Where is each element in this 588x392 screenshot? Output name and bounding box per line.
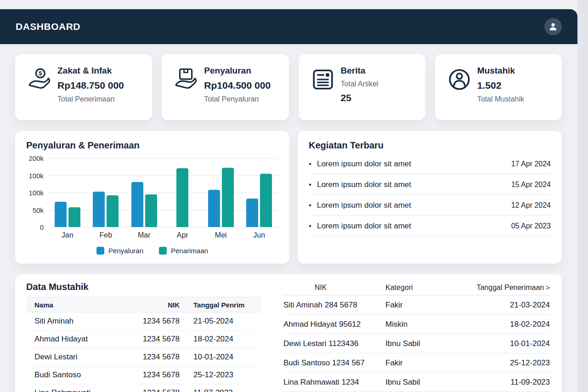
bar-group-feb — [87, 158, 125, 227]
user-avatar-button[interactable] — [544, 18, 562, 35]
table-cell: 1234 5678 — [131, 317, 180, 326]
table-cell: Dewi Lestari 1123436 — [283, 339, 385, 348]
x-tick-label: Jan — [48, 231, 87, 239]
stat-card: PenyaluranRp104.500 000Total Penyaluran — [162, 54, 288, 120]
bullet-icon: • — [309, 180, 311, 189]
bullet-icon: • — [309, 201, 311, 210]
stat-card-subtitle: Total Penerimaan — [57, 95, 143, 103]
sort-header-tanggal-penerimaan[interactable]: Tanggal Penerimaan> — [469, 284, 550, 292]
bar-group-jan — [48, 158, 87, 227]
activity-text-wrap: •Lorem ipsum dolor sit amet — [309, 201, 411, 210]
stat-cards-row: $Zakat & InfakRp148.750 000Total Penerim… — [15, 54, 562, 120]
table-header-cell: Kategori — [385, 284, 469, 292]
bar-penarimaan-mei — [222, 168, 234, 227]
chevron-right-icon: > — [546, 284, 550, 291]
mustahik-left-section: Data Mustahik NamaNIKTanggal PenrimSiti … — [26, 282, 261, 392]
table-header-row: NamaNIKTanggal Penrim — [26, 297, 261, 312]
y-tick-label: 100k — [28, 171, 44, 179]
bar-group-jun — [240, 158, 279, 227]
table-row: Ahmad Hidayat 95612Miskin18-02-2024 — [283, 315, 550, 334]
table-cell: 25-12-2023 — [469, 358, 550, 368]
activity-item: •Lorem ipsum dolor sit amet17 Apr 2024 — [309, 153, 551, 174]
table-cell: Ahmad Hidayat 95612 — [283, 320, 385, 329]
table-header-cell: NIK — [131, 301, 180, 309]
table-row: Lina Rahmawati1234 567811-07-2023 — [26, 384, 261, 392]
bar-group-apr — [164, 158, 202, 227]
chart-gridline — [48, 227, 278, 227]
table-cell: 25-12-2023 — [180, 370, 253, 380]
table-cell: Fakir — [385, 358, 469, 368]
table-header-row: NIKKategoriTanggal Penerimaan> — [283, 282, 550, 295]
window-edge-strip — [577, 0, 588, 392]
y-tick-label: 200k — [28, 154, 44, 162]
legend-item-penyaluran[interactable]: Penyaluran — [96, 247, 143, 255]
table-cell: Dewi Lestari — [34, 352, 131, 362]
table-cell: Siti Aminah — [34, 317, 131, 326]
table-cell: Budi Santoso 1234 567 — [283, 358, 385, 368]
bar-penarimaan-jun — [260, 174, 272, 227]
table-cell: 1234 5678 — [131, 335, 180, 344]
activities-card: Kegiatan Terbaru •Lorem ipsum dolor sit … — [298, 131, 562, 264]
table-header-cell: Tanggal Penrim — [180, 301, 253, 309]
table-row: Dewi Lestari 1123436Ibnu Sabil10-01-2024 — [283, 334, 550, 353]
legend-label: Penarimaan — [171, 247, 208, 255]
activity-text-wrap: •Lorem ipsum dolor sit amet — [309, 222, 411, 231]
table-cell: Budi Santoso — [34, 370, 131, 380]
activity-text: Lorem ipsum dolor sit amet — [317, 159, 411, 169]
activity-date: 15 Apr 2024 — [511, 181, 551, 189]
chart-title: Penyaluran & Penerimaan — [26, 140, 278, 151]
stat-card: BeritaTotal Artikel25 — [299, 54, 425, 120]
newspaper-icon — [311, 64, 341, 120]
data-mustahik-card: Data Mustahik NamaNIKTanggal PenrimSiti … — [15, 274, 562, 392]
stat-card-subtitle: Total Artikel — [341, 80, 416, 88]
legend-label: Penyaluran — [108, 247, 143, 255]
page-title: DASHBOARD — [16, 21, 80, 32]
table-cell: 21-03-2024 — [469, 301, 550, 310]
bar-penarimaan-feb — [107, 195, 119, 227]
bar-penarimaan-jan — [68, 207, 80, 227]
y-tick-label: 100k — [28, 189, 44, 197]
legend-swatch — [96, 247, 104, 255]
x-tick-label: Jun — [240, 231, 279, 239]
activity-item: •Lorem ipsum dolor sit amet05 Apr 2023 — [309, 216, 551, 236]
table-cell: 1234 5678 — [131, 370, 180, 380]
activity-text: Lorem ipsum dolor sit amet — [317, 222, 411, 231]
bar-penarimaan-apr — [176, 168, 188, 227]
legend-item-penarimaan[interactable]: Penarimaan — [159, 247, 208, 255]
stat-card-text: Mustahik1.502Total Mustahik — [477, 64, 553, 120]
activity-item: •Lorem ipsum dolor sit amet15 Apr 2024 — [309, 174, 551, 195]
table-header-cell: Nama — [34, 301, 131, 309]
table-cell: Ibnu Sabil — [385, 378, 469, 387]
activity-text: Lorem ipsum dolor sit amet — [317, 201, 411, 210]
activity-list: •Lorem ipsum dolor sit amet17 Apr 2024•L… — [309, 153, 551, 236]
svg-text:$: $ — [39, 70, 42, 77]
y-tick-label: 50k — [33, 206, 44, 214]
bar-penyaluran-mar — [131, 182, 143, 227]
data-mustahik-title: Data Mustahik — [26, 282, 261, 292]
table-cell: 11-07-2023 — [180, 388, 253, 392]
x-tick-label: Apr — [164, 231, 202, 239]
person-circle-icon — [447, 64, 477, 120]
bar-penarimaan-mar — [145, 194, 157, 227]
activity-date: 17 Apr 2024 — [511, 160, 551, 168]
stat-card-subtitle: Total Mustahik — [477, 95, 553, 103]
stat-card-value: Rp104.500 000 — [204, 80, 279, 91]
table-cell: 18-02-2024 — [180, 335, 253, 344]
table-cell: Ibnu Sabil — [385, 339, 469, 348]
x-tick-label: Mar — [125, 231, 164, 239]
main-content: $Zakat & InfakRp148.750 000Total Penerim… — [0, 44, 577, 392]
mustahik-detail-table: NIKKategoriTanggal Penerimaan>Siti Amina… — [283, 282, 550, 392]
activity-date: 05 Apr 2023 — [511, 222, 551, 230]
activity-item: •Lorem ipsum dolor sit amet12 Apr 2024 — [309, 195, 551, 216]
table-cell: 11-09-2023 — [469, 378, 550, 387]
stat-card-text: Zakat & InfakRp148.750 000Total Penerima… — [57, 64, 143, 120]
top-navbar: DASHBOARD — [0, 9, 577, 44]
bar-group-mei — [202, 158, 240, 227]
table-cell: Fakir — [385, 301, 469, 310]
table-row: Budi Santoso1234 567825-12-2023 — [26, 366, 261, 384]
table-cell: Lina Rahmawati 1234 — [283, 378, 385, 387]
table-cell: Siti Aminah 284 5678 — [283, 301, 385, 310]
activities-title: Kegiatan Terbaru — [309, 140, 551, 151]
bar-penyaluran-jan — [55, 202, 67, 227]
stat-card: $Zakat & InfakRp148.750 000Total Penerim… — [15, 54, 152, 120]
